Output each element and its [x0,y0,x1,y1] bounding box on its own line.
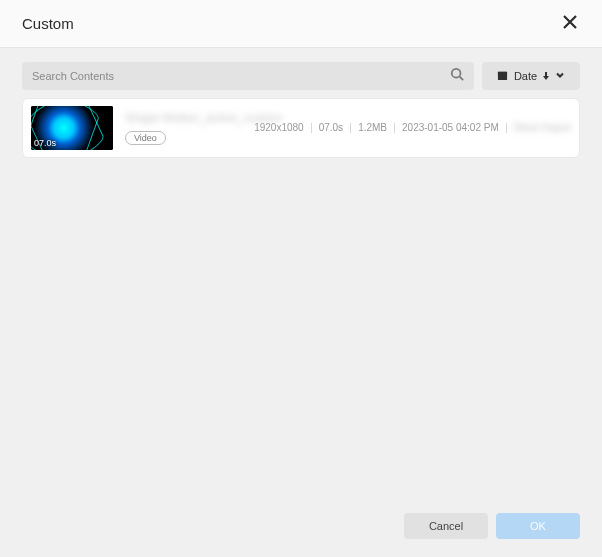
content-item[interactable]: 07.0s Shape Motion_active_custom Video 1… [22,98,580,158]
search-input[interactable] [32,70,450,82]
ok-button[interactable]: OK [496,513,580,539]
svg-point-0 [452,69,461,78]
sort-button[interactable]: Date [482,62,580,90]
dialog-title: Custom [22,15,74,32]
dialog-header: Custom [0,0,602,48]
content-list: 07.0s Shape Motion_active_custom Video 1… [0,98,602,499]
close-button[interactable] [560,14,580,34]
item-title: Shape Motion_active_custom [125,111,242,125]
close-icon [563,15,577,33]
chevron-down-icon [555,70,565,82]
meta-size: 1.2MB [351,123,395,133]
sort-label: Date [514,70,537,82]
calendar-icon [497,70,508,83]
item-info: Shape Motion_active_custom Video [125,111,242,145]
dialog-footer: Cancel OK [0,499,602,557]
meta-extra: Direct Import [507,123,571,133]
thumbnail-duration: 07.0s [34,138,56,148]
sort-direction-icon [543,70,549,82]
search-icon[interactable] [450,67,464,85]
toolbar: Date [0,48,602,98]
svg-rect-2 [498,71,507,74]
item-type-badge: Video [125,131,166,145]
search-wrapper [22,62,474,90]
meta-datetime: 2023-01-05 04:02 PM [395,123,507,133]
item-meta: 1920x1080 07.0s 1.2MB 2023-01-05 04:02 P… [254,123,571,133]
item-thumbnail: 07.0s [31,106,113,150]
cancel-button[interactable]: Cancel [404,513,488,539]
meta-duration: 07.0s [312,123,351,133]
